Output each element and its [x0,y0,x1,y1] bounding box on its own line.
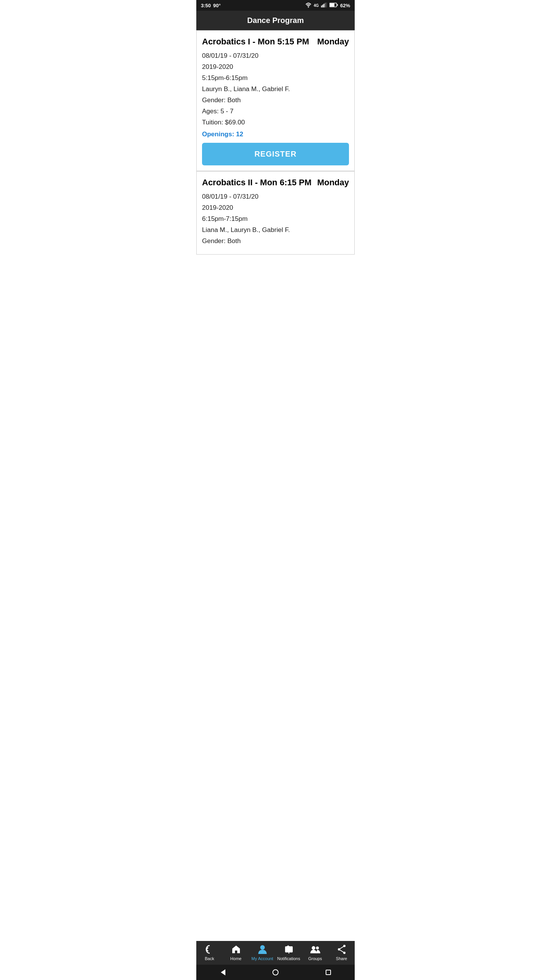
register-button-1[interactable]: REGISTER [202,143,349,165]
year-2: 2019-2020 [202,203,349,214]
gender-2: Gender: Both [202,236,349,247]
time-1: 5:15pm-6:15pm [202,73,349,84]
ages-1: Ages: 5 - 7 [202,106,349,117]
network-icon: 4G [314,3,319,8]
instructors-1: Lauryn B., Liana M., Gabriel F. [202,84,349,95]
battery-icon [329,3,338,8]
svg-rect-4 [325,3,326,7]
content-area: Acrobatics I - Mon 5:15 PM Monday 08/01/… [196,30,355,297]
year-1: 2019-2020 [202,62,349,73]
svg-rect-5 [326,2,327,7]
card-info-2: 08/01/19 - 07/31/20 2019-2020 6:15pm-7:1… [202,191,349,247]
wifi-icon [305,2,311,9]
program-card-acrobatics-2: Acrobatics II - Mon 6:15 PM Monday 08/01… [196,171,355,255]
status-left: 3:50 90° [201,3,221,8]
card-header-2: Acrobatics II - Mon 6:15 PM Monday [202,178,349,188]
battery-percent: 62% [340,3,350,8]
page-title: Dance Program [247,16,304,24]
gender-1: Gender: Both [202,95,349,106]
card-day-1: Monday [317,37,349,47]
temperature-display: 90° [213,3,221,8]
openings-1: Openings: 12 [202,131,349,138]
signal-icon [321,2,327,9]
card-title-2: Acrobatics II - Mon 6:15 PM [202,178,313,188]
date-range-2: 08/01/19 - 07/31/20 [202,191,349,203]
app-header: Dance Program [196,11,355,30]
svg-rect-7 [330,3,334,7]
status-right: 4G 62% [305,2,350,9]
svg-point-0 [308,7,309,7]
time-2: 6:15pm-7:15pm [202,214,349,225]
card-title-1: Acrobatics I - Mon 5:15 PM [202,37,313,47]
program-card-acrobatics-1: Acrobatics I - Mon 5:15 PM Monday 08/01/… [196,30,355,171]
svg-rect-3 [323,3,324,7]
svg-rect-8 [337,4,338,6]
date-range-1: 08/01/19 - 07/31/20 [202,51,349,62]
status-bar: 3:50 90° 4G [196,0,355,11]
card-header-1: Acrobatics I - Mon 5:15 PM Monday [202,37,349,47]
instructors-2: Liana M., Lauryn B., Gabriel F. [202,225,349,236]
card-day-2: Monday [317,178,349,188]
card-info-1: 08/01/19 - 07/31/20 2019-2020 5:15pm-6:1… [202,51,349,128]
svg-rect-1 [321,5,322,7]
time-display: 3:50 [201,3,211,8]
tuition-1: Tuition: $69.00 [202,117,349,128]
svg-rect-2 [322,5,323,7]
